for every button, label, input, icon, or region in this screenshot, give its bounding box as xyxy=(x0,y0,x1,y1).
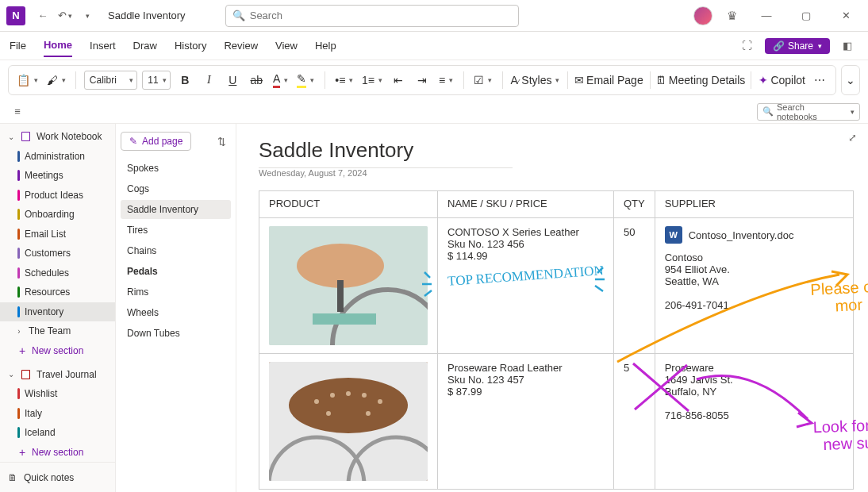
section-iceland[interactable]: Iceland xyxy=(0,423,115,443)
font-family-select[interactable]: Calibri xyxy=(84,71,137,90)
chevron-down-icon: ⌄ xyxy=(6,133,16,141)
copilot-button[interactable]: ✦ Copilot xyxy=(759,69,805,91)
search-notebooks[interactable]: 🔍 Search notebooks ▾ xyxy=(757,103,860,121)
page-pedals[interactable]: Pedals xyxy=(121,262,231,281)
section-email-list[interactable]: Email List xyxy=(0,225,115,244)
svg-point-10 xyxy=(289,378,408,433)
plus-icon: + xyxy=(17,344,27,357)
menu-insert[interactable]: Insert xyxy=(90,35,116,56)
chevron-right-icon: › xyxy=(14,327,24,336)
more-commands-button[interactable]: ⋯ xyxy=(810,69,829,91)
svg-point-11 xyxy=(314,399,319,404)
svg-rect-7 xyxy=(337,280,344,312)
product-sku: Sku No. 123 456 xyxy=(447,238,604,250)
menu-history[interactable]: History xyxy=(175,35,206,56)
font-color-button[interactable]: A▾ xyxy=(271,69,290,91)
share-button[interactable]: 🔗 Share ▾ xyxy=(765,38,830,54)
quick-notes-button[interactable]: 🗎 Quick notes xyxy=(0,462,115,492)
fullscreen-toggle-icon[interactable]: ⛶ xyxy=(736,35,759,57)
page-down-tubes[interactable]: Down Tubes xyxy=(121,324,231,343)
col-qty: QTY xyxy=(613,191,655,218)
global-search[interactable]: 🔍 xyxy=(225,5,519,27)
copilot-pane-icon[interactable]: ◧ xyxy=(836,35,858,57)
section-administration[interactable]: Administration xyxy=(0,147,115,167)
number-list-button[interactable]: 1≡▾ xyxy=(360,69,384,91)
undo-button[interactable]: ↶▾ xyxy=(54,5,76,27)
email-page-button[interactable]: ✉ Email Page xyxy=(576,69,642,91)
font-size-select[interactable]: 11 xyxy=(142,71,171,90)
hamburger-icon[interactable]: ≡ xyxy=(8,102,27,121)
user-avatar[interactable] xyxy=(693,6,712,25)
paste-button[interactable]: 📋▾ xyxy=(15,69,40,91)
page-chains[interactable]: Chains xyxy=(121,241,231,260)
document-title: Saddle Inventory xyxy=(108,10,186,21)
premium-icon[interactable]: ♛ xyxy=(720,5,743,27)
pages-panel: ✎ Add page ⇅ Spokes Cogs Saddle Inventor… xyxy=(116,124,236,492)
section-the-team[interactable]: ›The Team xyxy=(0,321,115,341)
section-schedules[interactable]: Schedules xyxy=(0,263,115,283)
minimize-button[interactable]: — xyxy=(751,3,782,29)
new-section-button[interactable]: +New section xyxy=(0,341,115,361)
sort-pages-button[interactable]: ⇅ xyxy=(212,132,231,151)
page-saddle-inventory[interactable]: Saddle Inventory xyxy=(121,200,231,219)
add-page-button[interactable]: ✎ Add page xyxy=(121,132,191,151)
new-section-button[interactable]: +New section xyxy=(0,443,115,463)
menu-file[interactable]: File xyxy=(10,35,26,56)
highlight-button[interactable]: ✎▾ xyxy=(295,69,317,91)
section-resources[interactable]: Resources xyxy=(0,283,115,302)
indent-button[interactable]: ⇥ xyxy=(413,69,432,91)
notebook-travel-journal[interactable]: ⌄ Travel Journal xyxy=(0,365,115,385)
menu-home[interactable]: Home xyxy=(44,34,72,57)
svg-point-15 xyxy=(378,399,382,404)
section-customers[interactable]: Customers xyxy=(0,244,115,263)
bullet-list-button[interactable]: •≡▾ xyxy=(333,69,355,91)
outdent-button[interactable]: ⇤ xyxy=(389,69,408,91)
search-notebooks-label: Search notebooks xyxy=(777,102,846,121)
expand-icon[interactable]: ⤢ xyxy=(848,132,857,144)
tags-button[interactable]: ☑▾ xyxy=(472,69,494,91)
supplier-addr1: 1649 Jarvis St. xyxy=(665,374,843,386)
close-button[interactable]: ✕ xyxy=(830,3,862,29)
section-meetings[interactable]: Meetings xyxy=(0,166,115,186)
page-title[interactable]: Saddle Inventory xyxy=(259,138,846,163)
svg-rect-3 xyxy=(22,371,29,379)
menu-view[interactable]: View xyxy=(275,35,298,56)
maximize-button[interactable]: ▢ xyxy=(790,3,822,29)
notebook-work[interactable]: ⌄ Work Notebook xyxy=(0,127,115,147)
menu-bar: File Home Insert Draw History Review Vie… xyxy=(0,32,868,60)
svg-rect-1 xyxy=(22,133,29,140)
product-image[interactable] xyxy=(269,226,428,345)
attached-document[interactable]: W Contoso_Inventory.doc xyxy=(665,226,843,244)
product-image[interactable] xyxy=(269,362,428,481)
section-product-ideas[interactable]: Product Ideas xyxy=(0,186,115,206)
section-onboarding[interactable]: Onboarding xyxy=(0,205,115,225)
page-spokes[interactable]: Spokes xyxy=(121,159,231,178)
product-price: $ 114.99 xyxy=(447,250,604,262)
paragraph-button[interactable]: ≡▾ xyxy=(436,69,455,91)
styles-button[interactable]: A⁄ Styles▾ xyxy=(511,69,559,91)
page-tires[interactable]: Tires xyxy=(121,221,231,240)
section-italy[interactable]: Italy xyxy=(0,404,115,424)
page-wheels[interactable]: Wheels xyxy=(121,303,231,322)
refresh-button[interactable]: ▾ xyxy=(76,5,98,27)
strikethrough-button[interactable]: ab xyxy=(247,69,266,91)
product-name: Proseware Road Leather xyxy=(447,362,604,374)
bold-button[interactable]: B xyxy=(175,69,194,91)
svg-point-16 xyxy=(326,411,331,416)
menu-draw[interactable]: Draw xyxy=(133,35,157,56)
format-painter-button[interactable]: 🖌▾ xyxy=(44,69,67,91)
section-inventory[interactable]: Inventory xyxy=(0,302,115,322)
search-icon: 🔍 xyxy=(762,106,774,117)
meeting-details-button[interactable]: 🗓 Meeting Details xyxy=(659,69,743,91)
page-rims[interactable]: Rims xyxy=(121,283,231,302)
menu-help[interactable]: Help xyxy=(315,35,336,56)
section-wishlist[interactable]: Wishlist xyxy=(0,384,115,404)
search-input[interactable] xyxy=(250,10,512,21)
page-content[interactable]: ⤢ Saddle Inventory Wednesday, August 7, … xyxy=(236,124,868,492)
page-cogs[interactable]: Cogs xyxy=(121,179,231,198)
back-button[interactable]: ← xyxy=(32,5,54,27)
ribbon-collapse-button[interactable]: ⌄ xyxy=(841,65,860,95)
underline-button[interactable]: U xyxy=(223,69,242,91)
italic-button[interactable]: I xyxy=(199,69,218,91)
menu-review[interactable]: Review xyxy=(224,35,258,56)
